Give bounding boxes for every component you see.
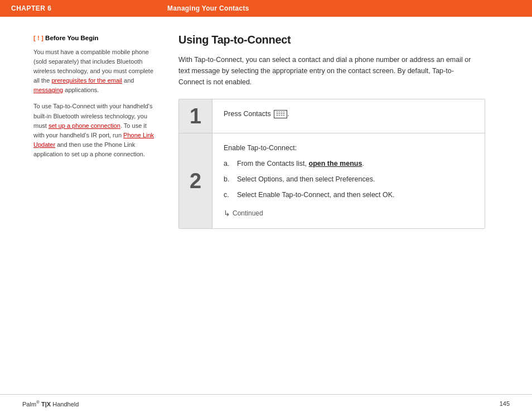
prerequisites-link[interactable]: prerequisites for the email: [51, 77, 122, 84]
model-name: T|X: [41, 400, 51, 407]
main-content: Using Tap-to-Connect With Tap-to-Connect…: [178, 33, 510, 229]
continued-indicator: ↳ Continued: [224, 207, 473, 219]
content-area: [ ! ] Before You Begin You must have a c…: [0, 17, 532, 246]
step-1-content: Press Contacts ☷☷.: [212, 99, 485, 133]
sub-steps: a. From the Contacts list, open the menu…: [224, 158, 473, 200]
sidebar-heading: [ ! ] Before You Begin: [33, 33, 156, 43]
sub-step-c-text: Select Enable Tap-to-Connect, and then s…: [237, 189, 395, 200]
sidebar-paragraph-2: To use Tap-to-Connect with your handheld…: [33, 102, 156, 159]
step-2-number: 2: [179, 133, 212, 228]
step-1-text: Press Contacts ☷☷.: [224, 108, 473, 119]
sub-step-b-label: b.: [224, 174, 235, 185]
sub-step-a-label: a.: [224, 158, 235, 169]
step-1: 1 Press Contacts ☷☷.: [179, 99, 485, 133]
section-title: Using Tap-to-Connect: [178, 33, 510, 46]
step-2-content: Enable Tap-to-Connect: a. From the Conta…: [212, 133, 485, 228]
continued-text: Continued: [233, 208, 263, 219]
phone-connection-link[interactable]: set up a phone connection: [49, 122, 120, 129]
sub-step-b-text: Select Options, and then select Preferen…: [237, 174, 375, 185]
device-type: Handheld: [52, 400, 79, 407]
chapter-label: CHAPTER 6: [11, 4, 167, 12]
sidebar-paragraph-1: You must have a compatible mobile phone …: [33, 47, 156, 95]
sidebar: [ ! ] Before You Begin You must have a c…: [33, 33, 156, 229]
sub-step-c-label: c.: [224, 189, 235, 200]
sub-step-c: c. Select Enable Tap-to-Connect, and the…: [224, 189, 473, 200]
sub-step-b: b. Select Options, and then select Prefe…: [224, 174, 473, 185]
brand-name: Palm: [22, 400, 36, 407]
header-bar: CHAPTER 6 Managing Your Contacts: [0, 0, 532, 17]
step-1-number: 1: [179, 99, 212, 133]
sub-step-a-text: From the Contacts list, open the menus.: [237, 158, 364, 169]
intro-text: With Tap-to-Connect, you can select a co…: [178, 54, 480, 88]
step-2-intro: Enable Tap-to-Connect:: [224, 142, 473, 154]
sidebar-heading-text: Before You Begin: [45, 35, 98, 41]
sub-step-a: a. From the Contacts list, open the menu…: [224, 158, 473, 169]
steps-container: 1 Press Contacts ☷☷. 2 Enable Tap-to-Con…: [178, 99, 485, 229]
footer: Palm® T|X Handheld 145: [0, 394, 532, 412]
continued-arrow-icon: ↳: [224, 207, 230, 219]
page-title: Managing Your Contacts: [167, 4, 249, 12]
registered-icon: ®: [36, 400, 40, 405]
open-menus-link[interactable]: open the menus: [309, 160, 362, 167]
messaging-link[interactable]: messaging: [33, 87, 63, 93]
contacts-icon: ☷☷: [274, 110, 287, 118]
footer-brand: Palm® T|X Handheld: [22, 400, 79, 408]
step-2: 2 Enable Tap-to-Connect: a. From the Con…: [179, 133, 485, 228]
page-number: 145: [500, 400, 510, 407]
bracket-icon: [ ! ]: [33, 35, 43, 41]
